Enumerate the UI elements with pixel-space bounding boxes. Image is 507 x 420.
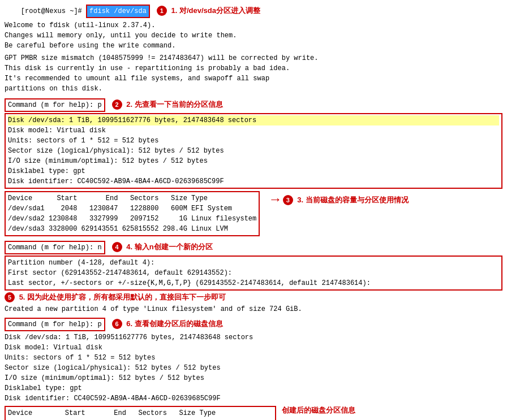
di2-line2: Disk model: Virtual disk bbox=[5, 343, 502, 353]
welcome-line2: Changes will memory only, until you deci… bbox=[5, 31, 502, 41]
disk-units: Units: sectors of 1 * 512 = 512 bytes bbox=[8, 136, 499, 146]
annotation7-label-container: 创建后的磁盘分区信息 bbox=[282, 405, 355, 416]
pt-header: Device Start End Sectors Size Type bbox=[8, 193, 256, 203]
disk-sector-size: Sector size (logical/physical): 512 byte… bbox=[8, 146, 499, 156]
di2-line3: Units: sectors of 1 * 512 = 512 bytes bbox=[5, 353, 502, 363]
partition-table2: Device Start End Sectors Size Type /dev/… bbox=[5, 406, 276, 421]
step3-number: 3 bbox=[283, 195, 293, 205]
new-partition-box: Partition number (4-128, default 4): Fir… bbox=[5, 256, 502, 291]
annotation5: 5 5. 因为此处使用扩容，所有都采用默认的，直接回车下一步即可 bbox=[5, 292, 226, 303]
di2-line1: Disk /dev/sda: 1 TiB, 1099511627776 byte… bbox=[5, 332, 502, 343]
created-line: Created a new partition 4 of type 'Linux… bbox=[5, 304, 502, 314]
partition-table1: Device Start End Sectors Size Type /dev/… bbox=[5, 190, 260, 237]
annotation1: 1 1. 对/dev/sda分区进入调整 bbox=[157, 5, 260, 16]
annotation2: 2 2. 先查看一下当前的分区信息 bbox=[112, 99, 223, 110]
disk-info-box: Disk /dev/sda: 1 TiB, 1099511627776 byte… bbox=[5, 113, 502, 189]
annotation3-container: → 3 3. 当前磁盘的容量与分区使用情况 bbox=[271, 190, 409, 210]
step1-number: 1 bbox=[157, 6, 167, 16]
disk-label-type: Disklabel type: gpt bbox=[8, 166, 499, 176]
gpt-section: GPT PMBR size mismatch (1048575999 != 21… bbox=[5, 53, 502, 94]
np-line3: Last sector, +/-sectors or +/-size{K,M,G… bbox=[8, 278, 499, 288]
disk-model: Disk model: Virtual disk bbox=[8, 125, 499, 136]
pt-row2: /dev/sda2 1230848 3327999 2097152 1G Lin… bbox=[8, 214, 256, 224]
di2-line7: Disk identifier: CC40C592-AB9A-4BA4-A6CD… bbox=[5, 393, 502, 404]
cmd4-box: Command (m for help): p bbox=[5, 318, 105, 331]
pt2-row1: /dev/sda1 2048 1230847 1228800 600M EFI … bbox=[8, 418, 273, 421]
annotation4: 4 4. 输入n创建一个新的分区 bbox=[112, 241, 213, 253]
annotation3: 3 3. 当前磁盘的容量与分区使用情况 bbox=[283, 194, 409, 206]
disk-header-line: Disk /dev/sda: 1 TiB, 1099511627776 byte… bbox=[8, 115, 499, 125]
annotation6: 6 6. 查看创建分区后的磁盘信息 bbox=[112, 318, 223, 330]
step2-number: 2 bbox=[112, 99, 122, 110]
np-line2: First sector (629143552-2147483614, defa… bbox=[8, 268, 499, 278]
step6-number: 6 bbox=[112, 319, 122, 329]
cmd2-box: Command (m for help): p bbox=[5, 98, 105, 112]
prompt-line: [root@Nexus ~]# bbox=[5, 6, 86, 16]
di2-line6: Disklabel type: gpt bbox=[5, 383, 502, 393]
pt-row1: /dev/sda1 2048 1230847 1228800 600M EFI … bbox=[8, 203, 256, 214]
pt2-header: Device Start End Sectors Size Type bbox=[8, 408, 273, 418]
disk-io-size: I/O size (minimum/optimal): 512 bytes / … bbox=[8, 156, 499, 166]
di2-line5: I/O size (minimum/optimal): 512 bytes / … bbox=[5, 373, 502, 383]
annotation7-label: 创建后的磁盘分区信息 bbox=[282, 406, 355, 414]
cmd3-box: Command (m for help): n bbox=[5, 241, 105, 254]
welcome-line1: Welcome to fdisk (util-linux 2.37.4). bbox=[5, 20, 502, 31]
step5-number: 5 bbox=[5, 292, 15, 302]
welcome-line3: Be careful before using the write comman… bbox=[5, 41, 502, 51]
pt-row3: /dev/sda3 3328000 629143551 625815552 29… bbox=[8, 224, 256, 234]
cmd1-box: fdisk /dev/sda bbox=[86, 5, 150, 18]
gpt-line3: It's recommended to umount all file syst… bbox=[5, 73, 502, 84]
disk-identifier: Disk identifier: CC40C592-AB9A-4BA4-A6CD… bbox=[8, 176, 499, 187]
di2-line4: Sector size (logical/physical): 512 byte… bbox=[5, 363, 502, 373]
welcome-section: Welcome to fdisk (util-linux 2.37.4). Ch… bbox=[5, 20, 502, 51]
gpt-line4: partitions on this disk. bbox=[5, 84, 502, 94]
np-line1: Partition number (4-128, default 4): bbox=[8, 258, 499, 268]
step4-number: 4 bbox=[112, 242, 122, 252]
gpt-line2: This disk is currently in use - repartit… bbox=[5, 63, 502, 73]
disk-info2-section: Disk /dev/sda: 1 TiB, 1099511627776 byte… bbox=[5, 332, 502, 404]
gpt-line1: GPT PMBR size mismatch (1048575999 != 21… bbox=[5, 53, 502, 63]
